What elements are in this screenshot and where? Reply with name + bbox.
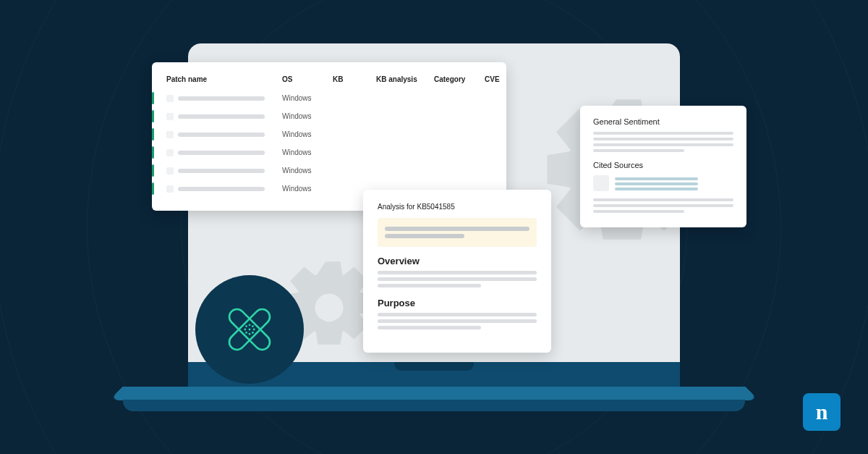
bandage-icon <box>218 298 281 361</box>
laptop-base <box>109 387 759 400</box>
sentiment-text <box>593 132 733 152</box>
table-row: Windows <box>166 125 492 143</box>
purpose-heading: Purpose <box>378 298 537 308</box>
svg-point-10 <box>249 333 251 335</box>
col-category: Category <box>434 75 485 83</box>
laptop-base-front <box>123 400 745 411</box>
svg-point-8 <box>245 332 247 334</box>
patch-table-card: Patch name OS KB KB analysis Category CV… <box>152 62 506 211</box>
col-os: OS <box>282 75 333 83</box>
table-row: Windows <box>166 107 492 125</box>
logo-letter: n <box>816 400 828 424</box>
svg-point-7 <box>252 325 254 327</box>
analysis-title: Analysis for KB5041585 <box>378 203 537 211</box>
sentiment-card: General Sentiment Cited Sources <box>580 106 746 227</box>
cell-os: Windows <box>282 167 333 175</box>
svg-point-9 <box>249 324 251 326</box>
general-sentiment-heading: General Sentiment <box>593 117 733 126</box>
svg-point-4 <box>249 329 251 331</box>
overview-text <box>378 271 537 287</box>
overview-heading: Overview <box>378 256 537 266</box>
svg-point-6 <box>252 332 254 334</box>
cited-source-item <box>593 175 733 193</box>
col-cve: CVE <box>485 75 521 83</box>
cell-os: Windows <box>282 185 333 193</box>
patch-badge <box>195 275 304 384</box>
svg-point-12 <box>253 329 255 331</box>
brand-logo: n <box>803 393 841 431</box>
cell-os: Windows <box>282 112 333 120</box>
cited-sources-heading: Cited Sources <box>593 161 733 169</box>
col-kb: KB <box>333 75 376 83</box>
table-row: Windows <box>166 161 492 180</box>
analysis-highlight <box>378 218 537 247</box>
table-header: Patch name OS KB KB analysis Category CV… <box>166 75 492 89</box>
svg-point-5 <box>245 325 247 327</box>
col-kb-analysis: KB analysis <box>376 75 434 83</box>
cell-os: Windows <box>282 94 333 102</box>
table-row: Windows <box>166 89 492 107</box>
cell-os: Windows <box>282 130 333 138</box>
cell-os: Windows <box>282 148 333 156</box>
analysis-card: Analysis for KB5041585 Overview Purpose <box>363 190 551 353</box>
cited-text <box>593 198 733 213</box>
col-patch-name: Patch name <box>166 75 282 83</box>
purpose-text <box>378 313 537 329</box>
svg-point-11 <box>244 329 246 331</box>
table-row: Windows <box>166 143 492 161</box>
